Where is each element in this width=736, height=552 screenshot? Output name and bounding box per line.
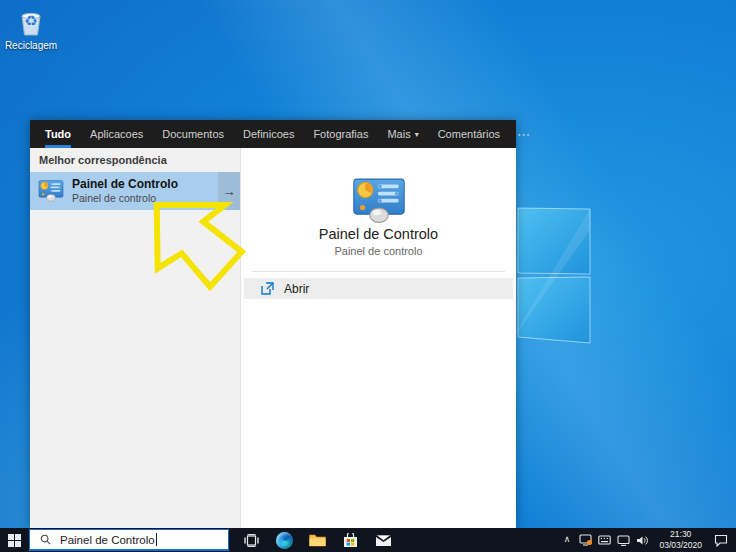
feedback-button[interactable]: Comentários <box>438 128 500 140</box>
search-input-value: Painel de Controlo <box>60 534 155 546</box>
search-tabs-bar: Tudo Aplicacoes Documentos Definicoes Fo… <box>30 120 516 148</box>
recycle-bin-label: Reciclagem <box>2 40 60 51</box>
keyboard-tray-icon[interactable] <box>597 528 611 552</box>
clock-time: 21:30 <box>659 529 702 540</box>
recycle-bin[interactable]: ♻ Reciclagem <box>2 8 60 51</box>
preview-title: Painel de Controlo <box>241 226 516 242</box>
result-title: Painel de Controlo <box>72 177 178 192</box>
best-match-result[interactable]: Painel de Controlo Painel de controlo → <box>30 172 240 210</box>
store-icon <box>343 533 358 548</box>
search-results-pane: Melhor correspondência Painel de Control… <box>30 148 240 528</box>
task-view-icon <box>244 534 259 547</box>
tab-definicoes[interactable]: Definicoes <box>243 120 294 148</box>
result-subtitle: Painel de controlo <box>72 192 178 205</box>
clock-date: 03/03/2020 <box>659 540 702 551</box>
preview-subtitle: Painel de controlo <box>241 245 516 257</box>
recycle-bin-icon: ♻ <box>16 8 46 38</box>
tab-mais[interactable]: Mais ▾ <box>387 120 418 148</box>
store-button[interactable] <box>339 528 362 552</box>
action-center-icon <box>714 534 728 547</box>
volume-tray-icon[interactable] <box>635 528 649 552</box>
open-icon <box>261 282 274 295</box>
taskbar-clock[interactable]: 21:30 03/03/2020 <box>654 529 707 550</box>
open-label: Abrir <box>284 282 309 296</box>
control-panel-icon <box>38 180 64 202</box>
tab-aplicacoes[interactable]: Aplicacoes <box>90 120 143 148</box>
windows-logo-icon <box>8 534 21 547</box>
expand-arrow-button[interactable]: → <box>218 172 240 210</box>
control-panel-icon-large <box>351 178 407 224</box>
text-cursor <box>156 533 157 546</box>
file-explorer-button[interactable] <box>306 528 329 552</box>
open-action[interactable]: Abrir <box>244 278 513 299</box>
divider <box>252 271 505 272</box>
edge-icon <box>276 532 293 549</box>
action-center-button[interactable] <box>712 528 730 552</box>
preview-pane: Painel de Controlo Painel de controlo Ab… <box>240 148 516 528</box>
search-icon <box>40 534 51 545</box>
tray-chevron-icon[interactable]: ∧ <box>564 534 574 546</box>
tab-fotografias[interactable]: Fotografias <box>313 120 368 148</box>
desktop: ♻ Reciclagem Tudo Aplicacoes Documentos … <box>0 0 736 552</box>
tab-tudo[interactable]: Tudo <box>45 120 71 148</box>
chevron-down-icon: ▾ <box>415 130 419 139</box>
notification-tray-icon[interactable] <box>578 528 592 552</box>
more-options-icon[interactable]: ⋯ <box>517 127 534 142</box>
edge-button[interactable] <box>273 528 296 552</box>
folder-icon <box>309 533 326 547</box>
best-match-header: Melhor correspondência <box>30 148 240 172</box>
start-button[interactable] <box>0 528 29 552</box>
windows-wallpaper-logo <box>505 200 605 350</box>
mail-icon <box>375 534 392 547</box>
search-flyout: Tudo Aplicacoes Documentos Definicoes Fo… <box>30 120 516 528</box>
taskbar: Painel de Controlo <box>0 528 736 552</box>
tab-documentos[interactable]: Documentos <box>162 120 224 148</box>
recycle-icon: ♻ <box>16 12 46 30</box>
taskbar-search-input[interactable]: Painel de Controlo <box>29 529 229 551</box>
network-tray-icon[interactable] <box>616 528 630 552</box>
task-view-button[interactable] <box>240 528 263 552</box>
mail-button[interactable] <box>372 528 395 552</box>
